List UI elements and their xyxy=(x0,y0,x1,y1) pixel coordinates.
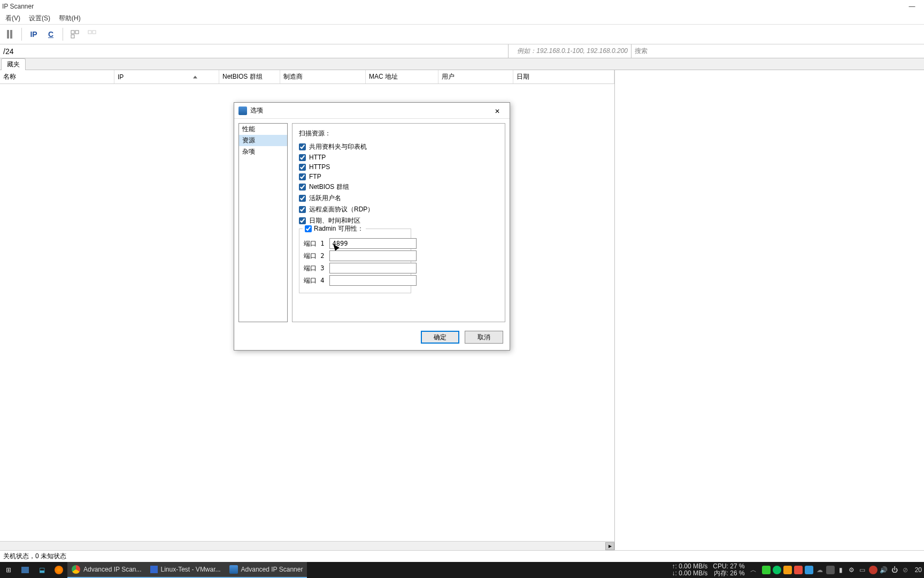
vmware-icon xyxy=(150,566,158,573)
search-input[interactable]: 搜索 xyxy=(631,44,924,58)
radmin-group: Radmin 可用性： 端口 1 端口 2 端口 3 端口 4 xyxy=(299,229,411,293)
taskbar-clock[interactable]: 20 xyxy=(915,566,922,574)
tray-block-icon[interactable]: ⊘ xyxy=(901,566,910,574)
tray-icon-4[interactable] xyxy=(794,566,803,574)
firefox-icon xyxy=(55,566,63,574)
port3-label: 端口 3 xyxy=(304,264,324,273)
tray-icon-1[interactable] xyxy=(762,566,771,574)
toolbar: IP C xyxy=(0,24,924,44)
svg-rect-1 xyxy=(75,31,79,34)
svg-rect-0 xyxy=(71,31,74,34)
tray-chevron-icon[interactable]: ︿ xyxy=(750,566,757,575)
tray-icon-8[interactable]: ▮ xyxy=(837,566,845,574)
horizontal-scrollbar[interactable]: ▸ xyxy=(0,541,614,550)
cancel-button[interactable]: 取消 xyxy=(465,331,503,344)
tab-bar: 藏夹 xyxy=(0,58,924,70)
check-https[interactable] xyxy=(299,164,306,171)
task-label-0: Advanced IP Scan... xyxy=(83,566,142,573)
column-date[interactable]: 日期 xyxy=(513,70,614,83)
collapse-button[interactable] xyxy=(84,27,99,42)
pause-button[interactable] xyxy=(2,27,17,42)
ip-range-input[interactable]: /24 xyxy=(0,44,508,58)
svg-rect-3 xyxy=(88,31,91,34)
status-bar: 关机状态，0 未知状态 xyxy=(0,550,924,562)
column-ip[interactable]: IP xyxy=(114,70,219,83)
port2-input[interactable] xyxy=(329,250,417,261)
check-http[interactable] xyxy=(299,154,306,161)
port4-label: 端口 4 xyxy=(304,276,324,285)
tray-wechat-icon[interactable] xyxy=(773,566,781,574)
status-text: 关机状态，0 未知状态 xyxy=(3,552,66,561)
options-dialog: 选项 ✕ 性能 资源 杂项 扫描资源： 共用资料夹与印表机 HTTP HTTPS… xyxy=(234,102,510,351)
nav-resources[interactable]: 资源 xyxy=(239,135,287,146)
tree-expand-icon xyxy=(70,29,80,39)
check-ftp[interactable] xyxy=(299,173,306,180)
taskbar-stats: ↑: 0.00 MB/s ↓: 0.00 MB/s CPU: 27 % 内存: … xyxy=(672,563,924,577)
c-button[interactable]: C xyxy=(43,27,58,42)
tray-volume-icon[interactable]: 🔊 xyxy=(880,566,888,574)
check-netbios[interactable] xyxy=(299,184,306,191)
port2-label: 端口 2 xyxy=(304,252,324,261)
column-netbios[interactable]: NetBIOS 群组 xyxy=(219,70,280,83)
pause-icon xyxy=(7,30,12,39)
menu-view[interactable]: 看(V) xyxy=(1,13,25,24)
check-datetime[interactable] xyxy=(299,217,306,224)
task-label-1: Linux-Test - VMwar... xyxy=(161,566,221,573)
tray-shield-icon[interactable] xyxy=(869,566,877,574)
tray-power-icon[interactable]: ⏻ xyxy=(890,566,899,574)
column-user[interactable]: 用户 xyxy=(438,70,513,83)
port1-input[interactable] xyxy=(329,238,417,249)
range-bar: /24 例如：192.168.0.1-100, 192.168.0.200 搜索 xyxy=(0,44,924,58)
task-files[interactable]: ⬓ xyxy=(33,562,50,578)
dialog-title-text: 选项 xyxy=(250,106,263,115)
minimize-button[interactable]: — xyxy=(900,0,924,12)
ip-range-hint: 例如：192.168.0.1-100, 192.168.0.200 xyxy=(508,44,631,58)
dialog-close-button[interactable]: ✕ xyxy=(489,107,505,115)
check-ftp-label: FTP xyxy=(309,173,321,180)
tray-wifi-icon[interactable]: ⚙ xyxy=(848,566,856,574)
nav-performance[interactable]: 性能 xyxy=(239,124,287,135)
check-shared-folders[interactable] xyxy=(299,143,306,150)
check-rdp[interactable] xyxy=(299,206,306,213)
task-vmware[interactable]: Linux-Test - VMwar... xyxy=(146,562,225,578)
tab-favorites[interactable]: 藏夹 xyxy=(1,58,26,70)
dialog-nav: 性能 资源 杂项 xyxy=(238,123,288,322)
port3-input[interactable] xyxy=(329,263,417,273)
tray-onedrive-icon[interactable]: ☁ xyxy=(815,566,824,574)
titlebar: IP Scanner — xyxy=(0,0,924,12)
toolbar-separator xyxy=(63,28,63,41)
task-ipscanner[interactable]: Advanced IP Scanner xyxy=(225,562,307,578)
start-icon: ⊞ xyxy=(4,566,13,574)
app-title: IP Scanner xyxy=(2,3,34,10)
column-manufacturer[interactable]: 制造商 xyxy=(280,70,366,83)
expand-button[interactable] xyxy=(67,27,82,42)
ipscanner-icon xyxy=(229,565,238,574)
column-mac[interactable]: MAC 地址 xyxy=(366,70,438,83)
task-chrome-ipscanner[interactable]: Advanced IP Scan... xyxy=(67,562,146,578)
check-radmin[interactable] xyxy=(305,225,312,232)
check-shared-folders-label: 共用资料夹与印表机 xyxy=(309,142,367,151)
table-header: 名称 IP NetBIOS 群组 制造商 MAC 地址 用户 日期 xyxy=(0,70,614,84)
tray-icon-3[interactable] xyxy=(783,566,792,574)
start-button[interactable]: ⊞ xyxy=(0,562,17,578)
menu-settings[interactable]: 设置(S) xyxy=(25,13,55,24)
tray-icon-7[interactable] xyxy=(826,566,835,574)
nav-misc[interactable]: 杂项 xyxy=(239,146,287,157)
task-firefox[interactable] xyxy=(50,562,67,578)
menu-help[interactable]: 帮助(H) xyxy=(55,13,85,24)
chrome-icon xyxy=(72,565,80,574)
files-icon: ⬓ xyxy=(37,566,46,574)
tree-collapse-icon xyxy=(87,29,97,39)
task-desktop[interactable] xyxy=(17,562,33,578)
scan-resources-heading: 扫描资源： xyxy=(299,129,498,138)
port4-input[interactable] xyxy=(329,275,417,286)
scroll-right-button[interactable]: ▸ xyxy=(605,542,614,550)
desktop-icon xyxy=(21,567,29,573)
ok-button[interactable]: 确定 xyxy=(421,331,459,344)
column-name[interactable]: 名称 xyxy=(0,70,114,83)
tray-battery-icon[interactable]: ▭ xyxy=(858,566,867,574)
tray-icon-5[interactable] xyxy=(805,566,813,574)
check-active-users[interactable] xyxy=(299,195,306,202)
ip-button[interactable]: IP xyxy=(26,27,41,42)
dialog-titlebar[interactable]: 选项 ✕ xyxy=(234,103,510,119)
